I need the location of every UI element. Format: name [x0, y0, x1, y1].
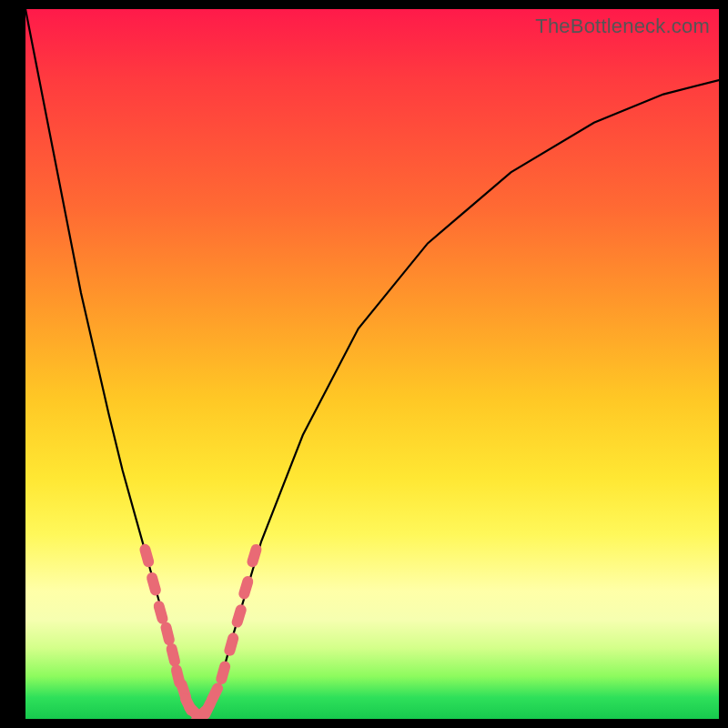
- marker-group: [138, 542, 263, 719]
- curve-marker: [205, 681, 225, 707]
- curve-marker: [223, 632, 240, 657]
- curve-path: [25, 9, 719, 719]
- curve-marker: [230, 603, 248, 629]
- curve-marker: [159, 621, 176, 646]
- plot-area: TheBottleneck.com: [25, 9, 719, 719]
- chart-frame: TheBottleneck.com: [0, 0, 728, 728]
- curve-marker: [215, 660, 232, 685]
- curve-marker: [165, 642, 181, 668]
- curve-marker: [246, 542, 263, 568]
- curve-marker: [146, 571, 163, 597]
- curve-marker: [152, 600, 169, 625]
- curve-marker: [138, 542, 156, 568]
- bottleneck-curve: [25, 9, 719, 719]
- curve-marker: [238, 575, 255, 601]
